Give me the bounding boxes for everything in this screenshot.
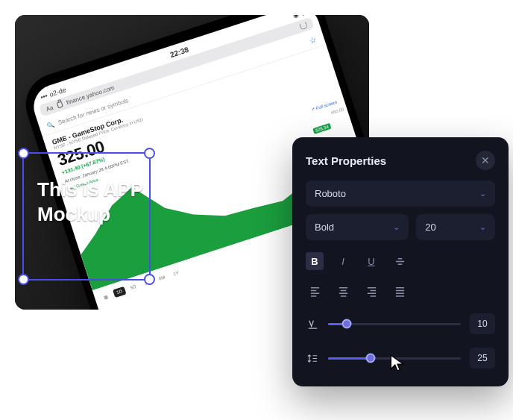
close-button[interactable]: ✕ xyxy=(476,151,495,170)
line-height-value[interactable]: 25 xyxy=(470,348,495,369)
letter-spacing-row: 10 xyxy=(306,313,495,334)
align-right-button[interactable] xyxy=(362,282,380,300)
line-height-icon xyxy=(306,353,319,364)
lock-icon xyxy=(57,101,63,109)
close-icon: ✕ xyxy=(481,154,490,166)
timeframe-1d: 1D xyxy=(113,286,126,298)
align-left-button[interactable] xyxy=(306,282,324,300)
align-justify-button[interactable] xyxy=(391,282,409,300)
font-weight-select[interactable]: Bold ⌄ xyxy=(306,214,409,240)
line-height-row: 25 xyxy=(306,348,495,369)
chart-type-icon: ▦ xyxy=(100,291,113,302)
resize-handle-br[interactable] xyxy=(144,274,155,285)
align-left-icon xyxy=(309,286,321,297)
align-right-icon xyxy=(366,286,377,297)
signal-icon: ••• xyxy=(40,92,48,101)
letter-spacing-slider[interactable] xyxy=(328,323,461,325)
text-selection-box[interactable]: This is APP Mockup xyxy=(22,152,151,280)
align-center-icon xyxy=(338,286,349,297)
resize-handle-tl[interactable] xyxy=(18,148,29,159)
timeframe-6m: 6M xyxy=(155,272,169,284)
align-center-button[interactable] xyxy=(334,282,352,300)
align-justify-icon xyxy=(394,286,406,297)
strikethrough-icon xyxy=(394,256,406,267)
wifi-icon: ◉ xyxy=(292,15,300,19)
font-size-select[interactable]: 20 ⌄ xyxy=(416,214,495,240)
battery-icon: ▮ xyxy=(300,15,306,16)
letter-spacing-icon xyxy=(306,319,319,330)
timeframe-1y: 1Y xyxy=(169,268,183,279)
chevron-down-icon: ⌄ xyxy=(479,189,486,198)
timeframe-5d: 5D xyxy=(127,282,140,293)
letter-spacing-value[interactable]: 10 xyxy=(470,313,495,334)
panel-title: Text Properties xyxy=(306,154,386,167)
line-height-slider[interactable] xyxy=(328,357,461,360)
refresh-icon xyxy=(299,21,309,31)
slider-thumb[interactable] xyxy=(365,354,375,363)
chevron-down-icon: ⌄ xyxy=(479,222,486,232)
carrier-label: o2-de xyxy=(48,86,67,98)
slider-thumb[interactable] xyxy=(342,319,351,329)
resize-handle-bl[interactable] xyxy=(18,274,29,285)
search-icon: 🔍 xyxy=(46,121,55,130)
font-family-select[interactable]: Roboto ⌄ xyxy=(306,181,495,207)
font-family-value: Roboto xyxy=(315,188,346,199)
font-weight-value: Bold xyxy=(315,222,334,233)
overlay-text[interactable]: This is APP Mockup xyxy=(37,178,149,226)
chevron-down-icon: ⌄ xyxy=(393,222,400,232)
bold-button[interactable]: B xyxy=(306,252,324,270)
italic-button[interactable]: I xyxy=(334,252,352,270)
star-icon: ☆ xyxy=(308,34,318,46)
resize-handle-tr[interactable] xyxy=(144,148,155,159)
font-size-value: 20 xyxy=(425,222,435,233)
text-align-row xyxy=(306,282,495,300)
underline-button[interactable]: U xyxy=(362,252,380,270)
text-properties-panel: Text Properties ✕ Roboto ⌄ Bold ⌄ 20 ⌄ B… xyxy=(292,137,509,386)
strikethrough-button[interactable] xyxy=(391,252,409,270)
text-style-row: B I U xyxy=(306,252,495,270)
